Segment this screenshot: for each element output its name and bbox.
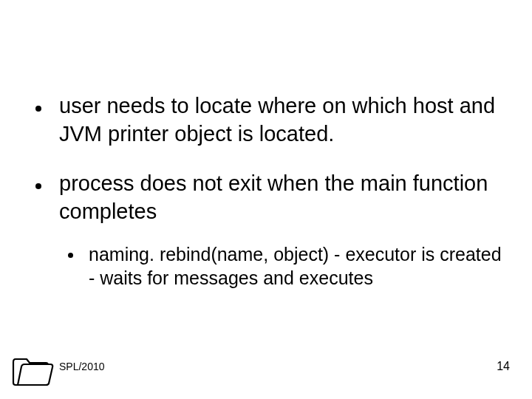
list-item: naming. rebind(name, object) - executor … <box>59 242 510 290</box>
page-number: 14 <box>497 360 510 373</box>
folder-icon <box>10 352 56 387</box>
list-item: process does not exit when the main func… <box>30 170 510 290</box>
bullet-list: user needs to locate where on which host… <box>30 92 510 290</box>
list-item-text: process does not exit when the main func… <box>59 171 488 223</box>
slide-content: user needs to locate where on which host… <box>0 0 532 290</box>
list-item: user needs to locate where on which host… <box>30 92 510 148</box>
footer-label: SPL/2010 <box>59 361 105 372</box>
list-item-text: user needs to locate where on which host… <box>59 94 495 146</box>
list-item-text: naming. rebind(name, object) - executor … <box>89 244 502 289</box>
sub-bullet-list: naming. rebind(name, object) - executor … <box>59 242 510 290</box>
